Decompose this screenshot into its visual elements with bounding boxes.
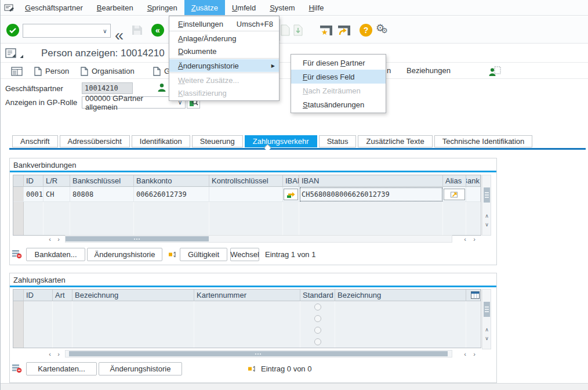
table-row[interactable] [13, 202, 481, 213]
person-button[interactable]: Person [34, 65, 69, 77]
scroll-down-icon[interactable]: ∨ [483, 221, 491, 229]
tab-adress-bersicht[interactable]: Adressübersicht [60, 135, 130, 147]
tab-steuerung[interactable]: Steuerung [192, 135, 243, 147]
exit-icon[interactable]: « [151, 24, 164, 37]
change-button[interactable]: Wechsel [230, 248, 259, 261]
cards-vertical-scrollbar[interactable]: ∧ ∨ [482, 289, 491, 349]
scrollbar-thumb[interactable] [484, 187, 490, 203]
menubar-item-system[interactable]: System [263, 0, 302, 15]
print-preview-icon[interactable] [293, 24, 303, 38]
menu-item-einstellungen[interactable]: EinstellungenUmsch+F8 [169, 17, 279, 30]
tab-technische-identifikation[interactable]: Technische Identifikation [434, 135, 533, 147]
menu-item-weitere-zus-tze[interactable]: Weitere Zusätze... [169, 74, 279, 86]
column-header[interactable]: L/R [43, 175, 70, 187]
organisation-button[interactable]: Organisation [81, 65, 135, 77]
column-header[interactable]: IBAN [299, 175, 443, 187]
submenu-item-nach-zeitr-umen[interactable]: Nach Zeiträumen [291, 84, 386, 98]
business-partner-field[interactable]: 10014210 [82, 82, 133, 94]
column-header[interactable]: Kontrollschlüssel [209, 175, 283, 187]
tab-status[interactable]: Status [319, 135, 357, 147]
column-header[interactable]: Bankkonto [134, 175, 209, 187]
save-icon[interactable] [131, 24, 143, 38]
column-header[interactable]: Art [53, 290, 72, 301]
table-settings-icon[interactable] [471, 291, 480, 299]
delete-card-row-icon[interactable] [12, 363, 22, 375]
scroll-left-icon[interactable]: ‹ [46, 349, 54, 358]
scrollbar-thumb[interactable] [484, 302, 490, 317]
column-header[interactable]: Bezeichnung [335, 290, 466, 301]
help-icon[interactable]: ? [360, 24, 372, 38]
bank-data-button[interactable]: Bankdaten... [26, 248, 85, 261]
column-header[interactable]: Kartennummer [194, 290, 300, 301]
table-row[interactable] [13, 313, 481, 324]
column-header[interactable]: Bank [466, 175, 481, 187]
validity-button[interactable]: Gültigkeit [180, 248, 227, 261]
column-header[interactable] [13, 290, 24, 301]
delete-bank-row-icon[interactable] [12, 249, 22, 261]
relations-button[interactable]: Beziehungen [406, 66, 451, 75]
bank-change-history-button[interactable]: Änderungshistorie [87, 248, 162, 261]
scroll-right-icon[interactable]: › [55, 349, 63, 358]
chevron-down-icon[interactable]: ∨ [100, 28, 110, 34]
column-header[interactable]: Standard [300, 290, 335, 301]
submenu-item-status-nderungen[interactable]: Statusänderungen [291, 98, 386, 111]
bank-vertical-scrollbar[interactable]: ∧ ∨ [482, 175, 491, 236]
command-input[interactable] [23, 24, 100, 37]
command-field[interactable]: ∨ [23, 24, 111, 38]
scroll-right-icon[interactable]: › [55, 234, 63, 243]
menubar-item-umfeld[interactable]: Umfeld [225, 0, 263, 15]
alias-button[interactable] [444, 189, 465, 200]
partially-hidden-button[interactable]: n [387, 66, 391, 75]
submenu-item-f-r-diesen-partner[interactable]: Für diesen Partner [291, 56, 386, 70]
scroll-right-icon[interactable]: › [470, 234, 478, 243]
column-header[interactable]: Bankschlüssel [70, 175, 134, 187]
table-row[interactable] [13, 224, 481, 235]
scroll-up-icon[interactable]: ∧ [483, 326, 491, 334]
tab-zus-tzliche-texte[interactable]: Zusätzliche Texte [358, 135, 432, 147]
title-menu-icon[interactable] [5, 48, 24, 59]
bank-horizontal-scrollbar[interactable]: ‹ › ‹ › [13, 234, 481, 243]
new-session-icon[interactable]: ★ [319, 25, 333, 38]
card-change-history-button[interactable]: Änderungshistorie [99, 362, 182, 375]
scroll-right-icon[interactable]: › [470, 349, 478, 358]
scroll-left-icon[interactable]: ‹ [461, 349, 469, 358]
table-row[interactable] [13, 336, 481, 348]
sort-icon[interactable] [248, 364, 256, 375]
menu-item-dokumente[interactable]: Dokumente [169, 45, 279, 57]
menubar-item-hilfe[interactable]: Hilfe [302, 0, 331, 15]
scroll-left-icon[interactable]: ‹ [461, 234, 469, 243]
card-data-button[interactable]: Kartendaten... [26, 362, 97, 375]
column-header[interactable]: ID [24, 175, 43, 187]
column-header[interactable]: Alias [443, 175, 466, 187]
locator-icon[interactable] [11, 65, 23, 77]
column-header[interactable]: ID [24, 290, 53, 301]
standard-radio[interactable] [314, 304, 321, 310]
customize-layout-icon[interactable]: ⚙ ⚙ [376, 24, 390, 38]
print-icon[interactable] [281, 24, 290, 38]
standard-radio[interactable] [314, 338, 321, 345]
scroll-up-icon[interactable]: ∧ [483, 212, 491, 220]
submenu-item-f-r-dieses-feld[interactable]: Für dieses Feld [291, 70, 386, 84]
table-row[interactable] [13, 213, 481, 224]
iban-display-button[interactable] [284, 189, 298, 200]
menubar-item-bearbeiten[interactable]: Bearbeiten [90, 0, 140, 15]
menu-item-klassifizierung[interactable]: Klassifizierung [169, 86, 279, 99]
column-header[interactable]: Bezeichnung [72, 290, 194, 301]
scroll-left-icon[interactable]: ‹ [46, 234, 54, 243]
column-header[interactable]: IBAN [283, 175, 299, 187]
cards-horizontal-scrollbar[interactable]: ‹ › ‹ › [13, 349, 481, 358]
tab-zahlungsverkehr[interactable]: Zahlungsverkehr [245, 135, 317, 147]
menubar-item-gesch-ftspartner[interactable]: Geschäftspartner [18, 0, 90, 15]
scrollbar-thumb[interactable] [69, 351, 448, 356]
sort-icon[interactable] [168, 250, 177, 261]
standard-radio[interactable] [314, 315, 321, 322]
partner-switch-icon[interactable] [489, 65, 501, 77]
table-row[interactable]: 0001CH80808006626012739CH568080800662601… [13, 187, 481, 202]
system-menu-icon[interactable] [1, 0, 18, 15]
column-header[interactable] [466, 290, 481, 301]
column-header[interactable] [13, 175, 24, 187]
tab-anschrift[interactable]: Anschrift [12, 135, 58, 147]
iban-value-cell[interactable]: CH5680808006626012739 [299, 187, 443, 202]
create-shortcut-icon[interactable] [337, 25, 351, 38]
menu-item-nderungshistorie[interactable]: Änderungshistorie▶ [169, 59, 279, 72]
